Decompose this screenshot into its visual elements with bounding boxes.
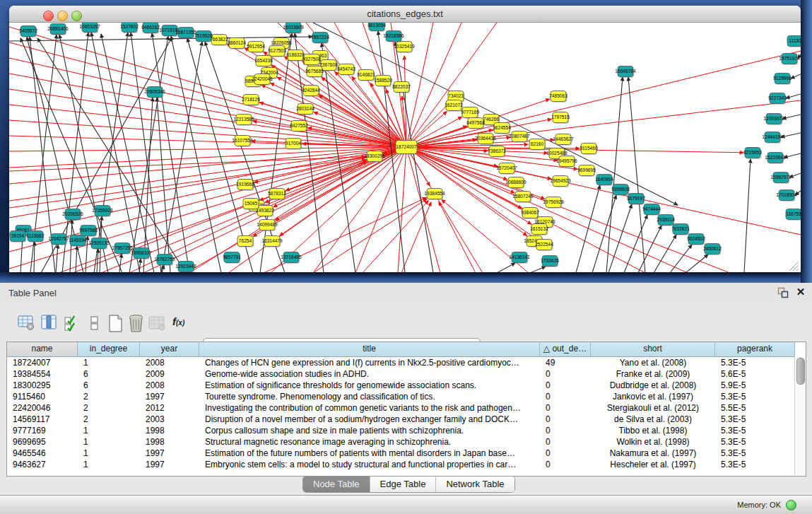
graph-node[interactable]: 16107554	[232, 136, 253, 148]
graph-node[interactable]: 18300295	[364, 151, 385, 163]
graph-node[interactable]: 9474444	[642, 204, 661, 216]
graph-node[interactable]: 9327508	[302, 54, 321, 66]
graph-node[interactable]: 22420046	[252, 74, 273, 86]
graph-node[interactable]: 11130	[787, 36, 801, 48]
table-scrollbar[interactable]	[794, 356, 806, 475]
graph-node[interactable]: 19495796	[556, 156, 577, 168]
graph-node[interactable]: 16782759	[154, 255, 175, 267]
graph-node[interactable]: 14099489	[257, 220, 278, 232]
column-header-0[interactable]: name	[7, 342, 78, 356]
graph-node[interactable]: 10688609	[505, 177, 526, 189]
graph-node[interactable]: 2522544	[535, 240, 553, 252]
close-panel-icon[interactable]: ✕	[794, 286, 807, 298]
graph-node[interactable]: 8813054	[367, 23, 386, 32]
graph-node[interactable]: 19654923	[550, 176, 571, 188]
graph-node[interactable]: 10325419	[394, 42, 415, 54]
float-panel-icon[interactable]	[777, 287, 789, 298]
table-row[interactable]: 1830029562008Estimation of significance …	[7, 380, 806, 391]
graph-node[interactable]: 2935114	[657, 215, 675, 227]
tab-edge-table[interactable]: Edge Table	[370, 477, 437, 492]
graph-node[interactable]: 7386372	[488, 146, 506, 158]
graph-node[interactable]: 19384554	[424, 189, 445, 201]
column-header-2[interactable]: year	[140, 342, 199, 356]
graph-node[interactable]: 17359928	[92, 206, 113, 218]
graph-node[interactable]: 6466162	[141, 23, 160, 34]
graph-node[interactable]: 20505346	[144, 87, 165, 99]
graph-node[interactable]: 19958107	[131, 248, 152, 260]
graph-node[interactable]: 2803144	[296, 104, 314, 116]
graph-node[interactable]: 20691406	[47, 24, 69, 36]
graph-node[interactable]: 9384067	[521, 208, 539, 220]
graph-node[interactable]: 7632621	[671, 224, 690, 236]
scrollbar-thumb[interactable]	[796, 358, 805, 385]
graph-node[interactable]: 8215953	[743, 148, 762, 160]
graph-node[interactable]: 12505135	[88, 238, 110, 250]
graph-node[interactable]: 8454743	[337, 64, 355, 76]
graph-node[interactable]: 10653257	[79, 23, 100, 33]
graph-node[interactable]: 1640954	[595, 175, 613, 187]
graph-node[interactable]: 5912954	[247, 42, 265, 54]
select-all-icon[interactable]	[62, 313, 82, 334]
graph-node[interactable]: 9227343	[768, 93, 787, 105]
graph-node[interactable]: 16648784	[615, 66, 636, 78]
graph-node[interactable]: 12213589	[233, 115, 254, 127]
network-graph[interactable]: 1872400718226058912750381863281546393275…	[9, 23, 801, 272]
graph-node[interactable]: 9777169	[461, 107, 479, 119]
graph-node[interactable]: 14463627	[553, 134, 574, 146]
column-header-1[interactable]: in_degree	[78, 342, 140, 356]
network-window-titlebar[interactable]: citations_edges.txt	[9, 6, 801, 23]
tab-node-table[interactable]: Node Table	[303, 477, 370, 492]
graph-node[interactable]: 2450612	[703, 244, 722, 256]
graph-node[interactable]: 15807249	[512, 192, 534, 204]
table-row[interactable]: 977716911998Corpus callosum shape and si…	[7, 425, 806, 436]
graph-node[interactable]: 1527602	[120, 23, 139, 33]
graph-node[interactable]: 1654338	[254, 56, 273, 68]
delete-table-icon[interactable]	[126, 313, 146, 334]
graph-node[interactable]: 13716485	[281, 252, 302, 264]
graph-node[interactable]: 62160	[529, 139, 546, 151]
graph-node[interactable]: 15720407	[496, 163, 517, 175]
graph-node[interactable]: 15992971	[770, 173, 792, 185]
table-row[interactable]: 946554611997Estimation of the future num…	[7, 448, 806, 459]
graph-node[interactable]: 10807487	[509, 132, 530, 144]
graph-node[interactable]: 9146821	[357, 70, 375, 82]
graph-node[interactable]: 1588520	[374, 76, 392, 88]
table-row[interactable]: 946362711997Embryonic stem cells: a mode…	[7, 459, 806, 470]
graph-node[interactable]: 9358928	[611, 185, 630, 197]
create-table-icon[interactable]	[106, 313, 126, 334]
table-row[interactable]: 2242004622012Investigating the contribut…	[7, 402, 806, 414]
graph-node[interactable]: 6679197	[627, 194, 645, 206]
graph-node[interactable]: 9997588	[79, 226, 98, 238]
import-table-icon[interactable]	[147, 313, 167, 334]
graph-node[interactable]: 7663822	[210, 35, 228, 47]
column-header-3[interactable]: title	[199, 342, 540, 356]
graph-node[interactable]: 15751074	[779, 54, 800, 66]
graph-node[interactable]: 20206526	[62, 209, 83, 221]
graph-node[interactable]: 8860124	[228, 38, 246, 50]
table-row[interactable]: 969969511998Structural magnetic resonanc…	[7, 436, 806, 448]
graph-node[interactable]: 1615132	[530, 224, 548, 236]
graph-node[interactable]: 9024502	[687, 234, 705, 246]
graph-node[interactable]: 116753	[786, 209, 801, 221]
column-header-5[interactable]: short	[591, 342, 715, 356]
graph-node[interactable]: 9242844	[302, 86, 320, 98]
graph-node[interactable]: 8822037	[392, 82, 411, 94]
graph-node[interactable]: 7485063	[549, 91, 567, 103]
table-row[interactable]: 1872400712008Changes of HCN gene express…	[7, 357, 806, 368]
network-canvas[interactable]: 1872400718226058912750381863281546393275…	[9, 23, 801, 272]
graph-node[interactable]: 7857224	[311, 33, 329, 45]
column-header-4[interactable]: △ out_de…	[540, 342, 591, 356]
graph-node[interactable]: 2405572	[19, 26, 37, 38]
graph-node[interactable]: 8427552	[290, 121, 308, 133]
graph-node[interactable]: 16033809	[283, 23, 304, 34]
graph-node[interactable]: 9127503	[268, 46, 286, 58]
network-window[interactable]: citations_edges.txt 18724007182260589127…	[9, 6, 801, 272]
graph-node[interactable]: 16314479	[261, 236, 283, 248]
graph-node[interactable]: 7515526	[194, 31, 213, 43]
graph-node[interactable]: 14136141	[509, 252, 530, 264]
graph-node[interactable]: 18724007	[396, 141, 418, 156]
row-height-icon[interactable]	[85, 313, 105, 334]
graph-node[interactable]: 9115460	[579, 144, 598, 156]
graph-node[interactable]: 12093872	[763, 114, 784, 126]
show-columns-icon[interactable]	[40, 313, 59, 334]
